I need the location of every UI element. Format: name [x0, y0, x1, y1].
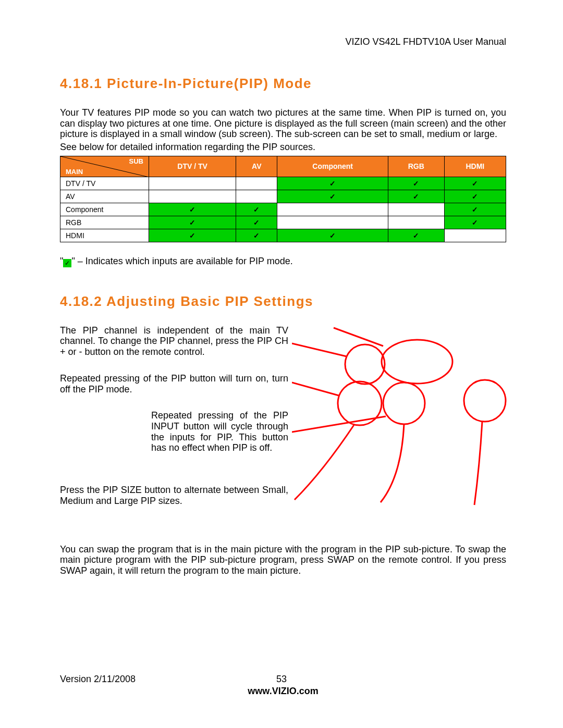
table-cell: ✓ [149, 229, 236, 242]
pip-input-para: Repeated pressing of the PIP INPUT butto… [151, 410, 288, 453]
callout-ellipse-icon [382, 340, 452, 384]
table-cell: ✓ [388, 190, 444, 203]
leader-line-icon [292, 343, 347, 356]
table-cell [149, 190, 236, 203]
check-icon: ✓ [329, 231, 336, 240]
check-icon: ✓ [253, 231, 260, 240]
table-cell [236, 177, 277, 190]
leader-curve-icon [381, 424, 404, 502]
check-icon: ✓ [472, 179, 478, 188]
row-label: RGB [60, 216, 149, 229]
legend-line: "✓" – Indicates which inputs are availab… [60, 256, 506, 267]
footer-site-url: www.VIZIO.com [60, 686, 506, 697]
table-cell: ✓ [277, 229, 388, 242]
table-cell [388, 203, 444, 216]
check-icon: ✓ [189, 218, 195, 227]
row-label: DTV / TV [60, 177, 149, 190]
row-label: Component [60, 203, 149, 216]
col-header: RGB [388, 156, 444, 177]
table-cell: ✓ [277, 177, 388, 190]
pip-swap-para: You can swap the program that is in the … [60, 544, 506, 576]
pip-settings-text-col: The PIP channel is independent of the ma… [60, 325, 288, 507]
corner-label-sub: SUB [129, 157, 143, 165]
row-label: AV [60, 190, 149, 203]
callout-circle-icon [338, 381, 382, 425]
table-cell: ✓ [444, 190, 506, 203]
pip-button-para: Repeated pressing of the PIP button will… [60, 373, 288, 394]
table-row: Component✓✓✓ [60, 203, 506, 216]
corner-label-main: MAIN [66, 168, 83, 176]
table-cell: ✓ [149, 216, 236, 229]
row-label: HDMI [60, 229, 149, 242]
leader-line-icon [292, 416, 386, 432]
table-cell: ✓ [444, 177, 506, 190]
col-header: HDMI [444, 156, 506, 177]
check-icon: ✓ [189, 205, 195, 214]
check-icon: ✓ [253, 205, 260, 214]
table-corner-cell: SUB MAIN [60, 156, 149, 177]
leader-line-icon [292, 382, 339, 396]
legend-check-icon: ✓ [63, 259, 71, 267]
table-cell: ✓ [388, 177, 444, 190]
footer-page-number: 53 [276, 674, 287, 685]
footer-version: Version 2/11/2008 [60, 674, 136, 685]
check-icon: ✓ [253, 218, 260, 227]
check-icon: ✓ [413, 179, 419, 188]
pip-size-para: Press the PIP SIZE button to alternate b… [60, 485, 288, 506]
leader-curve-icon [295, 424, 354, 500]
check-icon: ✓ [472, 218, 478, 227]
callout-circle-icon [383, 382, 425, 424]
table-row: DTV / TV✓✓✓ [60, 177, 506, 190]
callout-circle-icon [345, 344, 385, 384]
check-icon: ✓ [329, 179, 336, 188]
table-row: HDMI✓✓✓✓ [60, 229, 506, 242]
table-cell: ✓ [277, 190, 388, 203]
check-icon: ✓ [329, 192, 336, 201]
manual-title: VIZIO VS42L FHDTV10A User Manual [60, 36, 506, 47]
leader-curve-icon [474, 422, 482, 505]
table-cell [444, 229, 506, 242]
section-heading-4-18-1: 4.18.1 Picture-In-Picture(PIP) Mode [60, 76, 506, 92]
table-header-row: SUB MAIN DTV / TV AV Component RGB HDMI [60, 156, 506, 177]
check-icon: ✓ [413, 231, 419, 240]
pip-settings-area: The PIP channel is independent of the ma… [60, 325, 506, 539]
col-header: DTV / TV [149, 156, 236, 177]
table-cell [277, 216, 388, 229]
leader-line-icon [334, 328, 383, 346]
table-cell: ✓ [444, 203, 506, 216]
table-row: RGB✓✓✓ [60, 216, 506, 229]
table-cell: ✓ [236, 229, 277, 242]
pip-intro-paragraph: Your TV features PIP mode so you can wat… [60, 107, 506, 140]
check-icon: ✓ [472, 192, 478, 201]
remote-callout-diagram [292, 315, 511, 508]
table-cell: ✓ [444, 216, 506, 229]
check-icon: ✓ [472, 205, 478, 214]
pip-channel-para: The PIP channel is independent of the ma… [60, 325, 288, 357]
table-cell [388, 216, 444, 229]
col-header: Component [277, 156, 388, 177]
section-heading-4-18-2: 4.18.2 Adjusting Basic PIP Settings [60, 293, 506, 310]
pip-see-below: See below for detailed information regar… [60, 142, 506, 153]
table-row: AV✓✓✓ [60, 190, 506, 203]
table-cell: ✓ [149, 203, 236, 216]
table-cell [277, 203, 388, 216]
legend-text: " – Indicates which inputs are available… [71, 256, 292, 266]
table-cell: ✓ [236, 216, 277, 229]
table-cell: ✓ [388, 229, 444, 242]
callout-circle-icon [464, 380, 506, 422]
page-body: VIZIO VS42L FHDTV10A User Manual 4.18.1 … [0, 0, 563, 576]
table-cell: ✓ [236, 203, 277, 216]
col-header: AV [236, 156, 277, 177]
pip-source-table: SUB MAIN DTV / TV AV Component RGB HDMI … [60, 156, 506, 242]
check-icon: ✓ [189, 231, 195, 240]
table-cell [236, 190, 277, 203]
page-footer: Version 2/11/2008 53 www.VIZIO.com [0, 674, 563, 697]
check-icon: ✓ [413, 192, 419, 201]
table-cell [149, 177, 236, 190]
